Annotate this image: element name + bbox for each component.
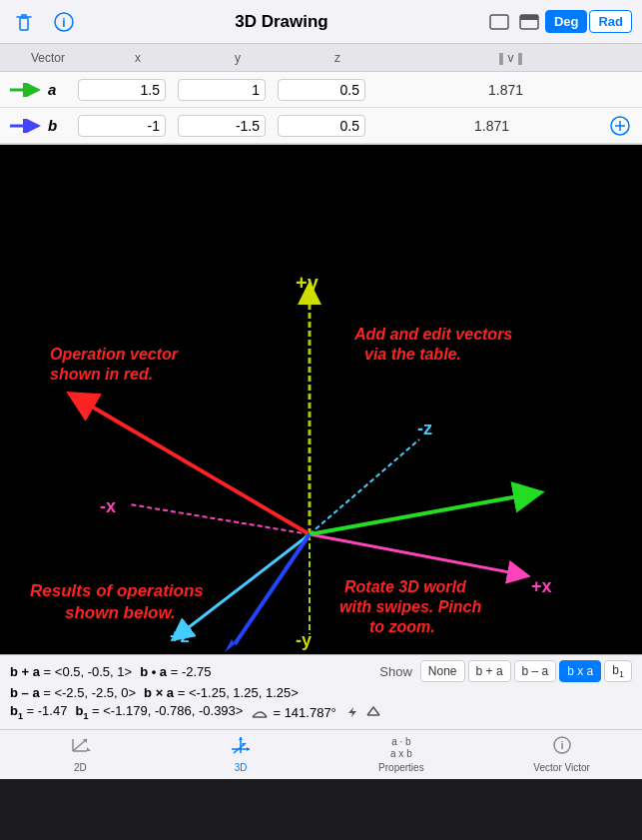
- svg-text:shown below.: shown below.: [65, 603, 176, 622]
- vector-b-mag: 1.871: [377, 118, 606, 134]
- svg-rect-5: [520, 15, 538, 20]
- input-bx[interactable]: [78, 115, 166, 137]
- label-minus-x: -x: [100, 496, 116, 516]
- nav-2d[interactable]: 2D: [0, 730, 161, 779]
- input-bz[interactable]: [278, 115, 365, 137]
- nav-properties[interactable]: a · b a x b Properties: [321, 730, 482, 779]
- annotation-add-edit: Add and edit vectors: [353, 326, 512, 343]
- window-icon-1[interactable]: [485, 11, 513, 33]
- vector-b-name: b: [48, 117, 78, 134]
- nav-vector-victor-label: Vector Victor: [533, 762, 590, 773]
- vector-a-mag: 1.871: [377, 82, 634, 98]
- svg-rect-3: [490, 15, 508, 29]
- svg-text:shown in red.: shown in red.: [50, 366, 153, 383]
- nav-vector-victor[interactable]: i Vector Victor: [481, 730, 642, 779]
- svg-text:to zoom.: to zoom.: [369, 618, 435, 635]
- info-button[interactable]: i: [50, 11, 78, 33]
- show-none-btn[interactable]: None: [420, 660, 465, 682]
- show-b1-btn[interactable]: b1: [604, 660, 632, 682]
- label-plus-y: +y: [296, 272, 320, 294]
- svg-text:with swipes. Pinch: with swipes. Pinch: [339, 598, 481, 615]
- annotation-results: Results of operations: [30, 581, 204, 600]
- result-bdota: b • a = -2.75: [140, 664, 211, 679]
- canvas-svg: +y -y +x -x +z -z Operation vector shown…: [0, 145, 642, 654]
- bottom-nav: 2D 3D a · b a x b Properties i: [0, 729, 642, 779]
- label-minus-z: -z: [417, 419, 432, 438]
- svg-marker-37: [239, 737, 243, 740]
- results-row-2: b – a = <-2.5, -2.5, 0> b × a = <-1.25, …: [10, 685, 632, 700]
- vector-a-y[interactable]: [178, 79, 278, 101]
- svg-text:i: i: [560, 739, 563, 751]
- vector-b-x[interactable]: [78, 115, 178, 137]
- input-az[interactable]: [278, 79, 365, 101]
- annotation-rotate: Rotate 3D world: [344, 578, 467, 595]
- show-bxa-btn[interactable]: b x a: [559, 660, 601, 682]
- rad-button[interactable]: Rad: [589, 10, 632, 33]
- result-bcrossx: b × a = <-1.25, 1.25, 1.25>: [144, 685, 299, 700]
- input-ay[interactable]: [178, 79, 266, 101]
- table-row: b 1.871: [0, 108, 642, 144]
- label-minus-y: -y: [296, 630, 312, 650]
- trash-button[interactable]: [10, 11, 38, 33]
- add-vector-button[interactable]: [606, 115, 634, 137]
- nav-vector-victor-icon: i: [551, 735, 573, 760]
- results-section: b + a = <0.5, -0.5, 1> b • a = -2.75 Sho…: [0, 654, 642, 729]
- deg-button[interactable]: Deg: [545, 10, 588, 33]
- show-buttons: None b + a b – a b x a b1: [420, 660, 632, 682]
- nav-3d-label: 3D: [235, 762, 248, 773]
- header-vector: Vector: [8, 51, 88, 65]
- arrow-b-icon: [8, 119, 48, 133]
- result-b1-vec: b1 = <-1.179, -0.786, -0.393>: [75, 703, 243, 721]
- vector-a-name: a: [48, 81, 78, 98]
- label-plus-x: +x: [531, 576, 552, 596]
- header-mag: ‖ v ‖: [387, 51, 634, 65]
- svg-marker-38: [247, 747, 250, 751]
- vector-b-y[interactable]: [178, 115, 278, 137]
- window-icon-2[interactable]: [515, 11, 543, 33]
- annotation-operation: Operation vector: [50, 346, 179, 363]
- show-bplusa-btn[interactable]: b + a: [468, 660, 511, 682]
- show-bminusa-btn[interactable]: b – a: [514, 660, 557, 682]
- canvas-3d[interactable]: +y -y +x -x +z -z Operation vector shown…: [0, 145, 642, 654]
- vector-b-z[interactable]: [278, 115, 377, 137]
- results-row-1: b + a = <0.5, -0.5, 1> b • a = -2.75 Sho…: [10, 660, 632, 682]
- page-title: 3D Drawing: [78, 12, 485, 32]
- top-bar-left-icons: i: [10, 11, 78, 33]
- header-y: y: [188, 51, 288, 65]
- svg-text:via the table.: via the table.: [364, 346, 461, 363]
- proj-icon: [364, 704, 382, 718]
- vector-a-z[interactable]: [278, 79, 377, 101]
- show-controls: Show None b + a b – a b x a b1: [379, 660, 632, 682]
- table-header: Vector x y z ‖ v ‖: [0, 44, 642, 72]
- angle-result: = 141.787°: [251, 704, 385, 721]
- nav-3d[interactable]: 3D: [161, 730, 321, 779]
- angle-icon: [251, 705, 269, 719]
- top-bar: i 3D Drawing Deg Rad: [0, 0, 642, 44]
- lightning-icon: [344, 706, 360, 718]
- label-plus-z: +z: [170, 626, 190, 646]
- header-z: z: [288, 51, 387, 65]
- show-label: Show: [379, 664, 412, 679]
- svg-rect-0: [20, 18, 28, 30]
- result-b1-scalar: b1 = -1.47: [10, 703, 67, 721]
- nav-3d-icon: [230, 735, 252, 760]
- input-by[interactable]: [178, 115, 266, 137]
- top-bar-right: Deg Rad: [485, 10, 632, 33]
- svg-text:i: i: [62, 16, 65, 30]
- svg-marker-33: [87, 747, 91, 751]
- arrow-a-icon: [8, 83, 48, 97]
- results-row-3: b1 = -1.47 b1 = <-1.179, -0.786, -0.393>…: [10, 703, 632, 721]
- nav-properties-label: Properties: [378, 762, 424, 773]
- input-ax[interactable]: [78, 79, 166, 101]
- nav-2d-label: 2D: [74, 762, 87, 773]
- nav-properties-icon: a · b a x b: [390, 736, 412, 760]
- result-bplusa: b + a = <0.5, -0.5, 1>: [10, 664, 132, 679]
- table-row: a 1.871: [0, 72, 642, 108]
- header-x: x: [88, 51, 188, 65]
- vector-a-x[interactable]: [78, 79, 178, 101]
- result-bminusa: b – a = <-2.5, -2.5, 0>: [10, 685, 136, 700]
- nav-2d-icon: [69, 735, 91, 760]
- vector-table: Vector x y z ‖ v ‖ a 1.871: [0, 44, 642, 145]
